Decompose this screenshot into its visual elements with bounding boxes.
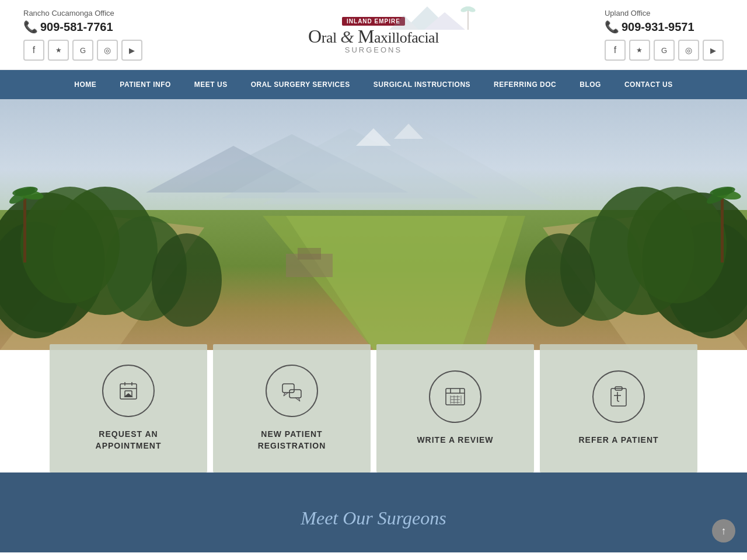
- refer-patient-card[interactable]: REFER A PATIENT: [540, 344, 697, 473]
- action-cards-section: REQUEST ANAPPOINTMENT NEW PATIENTREGISTR…: [0, 344, 747, 473]
- nav-patient-info[interactable]: PATIENT INFO: [108, 70, 183, 99]
- logo-sub-text: SURGEONS: [308, 46, 439, 54]
- svg-point-33: [525, 233, 595, 327]
- left-office-phone: 📞909-581-7761: [23, 20, 142, 34]
- refer-patient-label: REFER A PATIENT: [578, 435, 658, 446]
- phone-icon-left: 📞: [23, 20, 38, 33]
- nav-blog[interactable]: BLOG: [568, 70, 613, 99]
- request-appointment-label: REQUEST ANAPPOINTMENT: [96, 429, 162, 452]
- left-facebook-icon[interactable]: f: [23, 40, 44, 61]
- hero-svg-scene: [0, 99, 747, 350]
- svg-point-23: [152, 233, 222, 327]
- right-office-phone: 📞909-931-9571: [605, 20, 724, 34]
- logo: INLAND EMPIRE Oral & Maxillofacial SURGE…: [308, 15, 439, 55]
- request-appointment-card[interactable]: REQUEST ANAPPOINTMENT: [50, 344, 207, 473]
- svg-point-24: [20, 187, 120, 303]
- right-youtube-icon[interactable]: ▶: [703, 40, 724, 61]
- right-facebook-icon[interactable]: f: [605, 40, 626, 61]
- registration-icon: [266, 365, 318, 417]
- review-svg: [442, 384, 468, 410]
- review-icon: [429, 370, 481, 423]
- hero-image: [0, 99, 747, 350]
- svg-marker-50: [295, 398, 300, 401]
- new-patient-card[interactable]: NEW PATIENTREGISTRATION: [213, 344, 371, 473]
- meet-surgeons-heading: Meet Our Surgeons: [23, 508, 724, 529]
- right-office-name: Upland Office: [605, 9, 724, 18]
- right-social-icons: f ★ G ◎ ▶: [605, 40, 724, 61]
- appointment-svg: [116, 378, 141, 404]
- svg-rect-49: [289, 390, 301, 398]
- left-office: Rancho Cucamonga Office 📞909-581-7761 f …: [23, 9, 142, 61]
- top-header: Rancho Cucamonga Office 📞909-581-7761 f …: [0, 0, 747, 70]
- svg-marker-46: [125, 394, 132, 397]
- svg-rect-47: [282, 384, 294, 393]
- left-instagram-icon[interactable]: ◎: [97, 40, 118, 61]
- new-patient-label: NEW PATIENTREGISTRATION: [258, 429, 326, 452]
- svg-rect-25: [23, 192, 26, 262]
- left-yelp-icon[interactable]: ★: [48, 40, 69, 61]
- refer-svg: [606, 384, 631, 410]
- left-youtube-icon[interactable]: ▶: [121, 40, 142, 61]
- write-review-label: WRITE A REVIEW: [417, 435, 493, 446]
- svg-point-6: [464, 6, 472, 10]
- write-review-card[interactable]: WRITE A REVIEW: [376, 344, 534, 473]
- logo-mountain-svg: [369, 4, 486, 44]
- svg-rect-62: [611, 388, 626, 406]
- scroll-up-button[interactable]: ↑: [712, 519, 735, 542]
- nav-home[interactable]: HOME: [62, 70, 108, 99]
- main-nav: HOME PATIENT INFO MEET US ORAL SURGERY S…: [0, 70, 747, 99]
- appointment-icon: [102, 365, 155, 417]
- svg-rect-35: [721, 192, 724, 262]
- nav-oral-surgery[interactable]: ORAL SURGERY SERVICES: [239, 70, 362, 99]
- nav-contact-us[interactable]: CONTACT US: [613, 70, 685, 99]
- svg-rect-40: [298, 248, 321, 260]
- nav-referring-doc[interactable]: REFERRING DOC: [482, 70, 568, 99]
- svg-point-34: [627, 187, 727, 303]
- bottom-section: Meet Our Surgeons: [0, 473, 747, 552]
- registration-svg: [279, 378, 305, 404]
- right-yelp-icon[interactable]: ★: [629, 40, 650, 61]
- nav-surgical-instructions[interactable]: SURGICAL INSTRUCTIONS: [362, 70, 482, 99]
- refer-icon: [592, 370, 645, 423]
- phone-icon-right: 📞: [605, 20, 619, 33]
- right-instagram-icon[interactable]: ◎: [678, 40, 699, 61]
- left-office-name: Rancho Cucamonga Office: [23, 9, 142, 18]
- left-social-icons: f ★ G ◎ ▶: [23, 40, 142, 61]
- nav-meet-us[interactable]: MEET US: [183, 70, 239, 99]
- right-office: Upland Office 📞909-931-9571 f ★ G ◎ ▶: [605, 9, 724, 61]
- left-google-icon[interactable]: G: [72, 40, 93, 61]
- right-google-icon[interactable]: G: [654, 40, 675, 61]
- svg-marker-48: [284, 393, 288, 396]
